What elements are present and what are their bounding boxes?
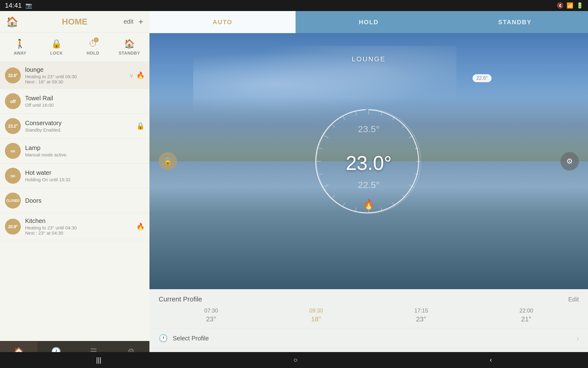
doors-info: Doors <box>25 197 145 204</box>
select-profile-chevron: › <box>577 335 579 342</box>
profile-edit-button[interactable]: Edit <box>568 296 579 303</box>
left-header: 🏠 HOME edit + <box>0 11 149 33</box>
kitchen-flame: 🔥 <box>136 223 145 231</box>
select-profile-item[interactable]: 🕐 Select Profile › <box>149 328 588 348</box>
select-profile-icon: 🕐 <box>159 334 168 343</box>
time-slot-2200: 22:00 21° <box>474 308 579 323</box>
profile-header: Current Profile Edit <box>159 295 579 303</box>
svg-line-15 <box>343 203 345 206</box>
right-panel: AUTO HOLD STANDBY LOUNGE <box>149 11 588 368</box>
tab-standby[interactable]: STANDBY <box>442 11 588 33</box>
lock-toggle-button[interactable]: 🔒 <box>159 152 177 171</box>
conservatory-info: Conservatory Standby Enabled. <box>25 120 134 132</box>
towel-rail-info: Towel Rail Off until 16:00 <box>25 95 145 108</box>
kitchen-badge: 20.9° <box>5 219 21 235</box>
time-slot-0730: 07:30 23° <box>159 308 264 323</box>
conservatory-lock: 🔒 <box>136 122 145 130</box>
lock-label: LOCK <box>50 51 63 56</box>
kitchen-sub2: Next : 23° at 04:30 <box>25 230 134 236</box>
header-actions: edit + <box>123 17 143 27</box>
temp-0730: 23° <box>159 315 264 323</box>
select-profile-label: Select Profile <box>173 335 577 342</box>
mode-tabs: AUTO HOLD STANDBY <box>149 11 588 33</box>
away-button[interactable]: 🚶 AWAY <box>2 36 38 58</box>
tab-auto-label: AUTO <box>213 19 232 26</box>
device-item-lounge[interactable]: 22.6° lounge Heating to 23° until 09:30 … <box>0 62 149 89</box>
temp-indicator-badge: 22.6° <box>473 74 492 82</box>
android-nav-bar: ||| ○ ‹ <box>0 352 588 368</box>
temp-2200: 21° <box>474 315 579 323</box>
standby-label: STANDBY <box>119 51 140 56</box>
svg-line-22 <box>332 125 335 127</box>
svg-line-23 <box>343 117 345 120</box>
temp-current: 23.0° <box>346 152 392 174</box>
tab-hold[interactable]: HOLD <box>296 11 442 33</box>
lounge-chevron: ∨ <box>129 72 134 79</box>
nav-recents-button[interactable]: ||| <box>96 356 101 364</box>
add-button[interactable]: + <box>138 17 143 27</box>
battery-icon: 🔋 <box>576 2 583 9</box>
towel-rail-badge: off <box>5 93 21 109</box>
device-item-conservatory[interactable]: 23.2° Conservatory Standby Enabled. 🔒 <box>0 114 149 139</box>
svg-line-17 <box>324 185 329 187</box>
device-item-towel-rail[interactable]: off Towel Rail Off until 16:00 <box>0 89 149 114</box>
left-panel: 🏠 HOME edit + 🚶 AWAY 🔒 LOCK ⏱ ! HOLD 🏠 S… <box>0 11 149 368</box>
lock-button[interactable]: 🔒 LOCK <box>39 36 74 58</box>
svg-line-16 <box>332 195 335 197</box>
mute-icon: 🔇 <box>557 2 564 9</box>
hot-water-info: Hot water Holding On until 15:32 <box>25 169 145 182</box>
doors-badge: CLOSED <box>5 193 21 209</box>
room-title: LOUNGE <box>352 55 386 63</box>
doors-name: Doors <box>25 197 145 204</box>
lounge-sub1: Heating to 23° until 09:30 <box>25 74 127 79</box>
lamp-name: Lamp <box>25 144 145 151</box>
edit-button[interactable]: edit <box>123 18 133 25</box>
kitchen-sub1: Heating to 23° until 04:30 <box>25 225 134 230</box>
profile-section: Current Profile Edit 07:30 23° 09:30 18°… <box>149 289 588 328</box>
towel-rail-name: Towel Rail <box>25 95 145 102</box>
time-0730: 07:30 <box>159 308 264 314</box>
sliders-icon: ⚙ <box>566 157 573 166</box>
temp-high: 23.5° <box>358 124 379 134</box>
lamp-info: Lamp Manual mode active. <box>25 144 145 157</box>
lock-toggle-icon: 🔒 <box>163 157 172 166</box>
tab-standby-label: STANDBY <box>498 19 532 26</box>
tab-auto[interactable]: AUTO <box>149 11 296 33</box>
thermostat-flame-icon: 🔥 <box>363 198 375 210</box>
standby-button[interactable]: 🏠 STANDBY <box>112 36 147 58</box>
hold-label: HOLD <box>87 51 100 56</box>
conservatory-badge: 23.2° <box>5 118 21 134</box>
lounge-name: lounge <box>25 66 127 73</box>
home-icon[interactable]: 🏠 <box>6 16 18 28</box>
svg-line-14 <box>356 207 356 211</box>
device-item-doors[interactable]: CLOSED Doors <box>0 188 149 213</box>
sliders-button[interactable]: ⚙ <box>560 152 579 171</box>
thermostat[interactable]: 23.5° 23.0° 22.5° 🔥 <box>311 103 427 220</box>
time-slot-1715: 17:15 23° <box>369 308 474 323</box>
lamp-badge: on <box>5 143 21 159</box>
conservatory-name: Conservatory <box>25 120 134 127</box>
away-icon: 🚶 <box>15 39 25 49</box>
status-time: 14:41 <box>5 2 22 10</box>
nav-home-android[interactable]: ○ <box>293 356 297 364</box>
temp-0930: 18° <box>264 315 369 323</box>
device-item-hot-water[interactable]: on Hot water Holding On until 15:32 <box>0 163 149 188</box>
lounge-info: lounge Heating to 23° until 09:30 Next :… <box>25 66 127 84</box>
hold-icon-wrapper: ⏱ ! <box>89 39 97 49</box>
device-item-lamp[interactable]: on Lamp Manual mode active. <box>0 139 149 163</box>
time-1715: 17:15 <box>369 308 474 314</box>
temp-1715: 23° <box>369 315 474 323</box>
nav-back-button[interactable]: ‹ <box>490 356 492 364</box>
wifi-icon: 📶 <box>567 2 573 9</box>
hold-button[interactable]: ⏱ ! HOLD <box>75 36 111 58</box>
standby-icon: 🏠 <box>124 39 135 49</box>
svg-line-18 <box>319 174 323 174</box>
time-slot-0930: 09:30 18° <box>264 308 369 323</box>
home-title: HOME <box>62 17 88 27</box>
conservatory-sub1: Standby Enabled. <box>25 127 134 132</box>
away-label: AWAY <box>14 51 27 56</box>
tab-hold-label: HOLD <box>359 19 379 26</box>
lamp-sub1: Manual mode active. <box>25 152 145 157</box>
device-item-kitchen[interactable]: 20.9° Kitchen Heating to 23° until 04:30… <box>0 213 149 240</box>
kitchen-info: Kitchen Heating to 23° until 04:30 Next … <box>25 217 134 236</box>
